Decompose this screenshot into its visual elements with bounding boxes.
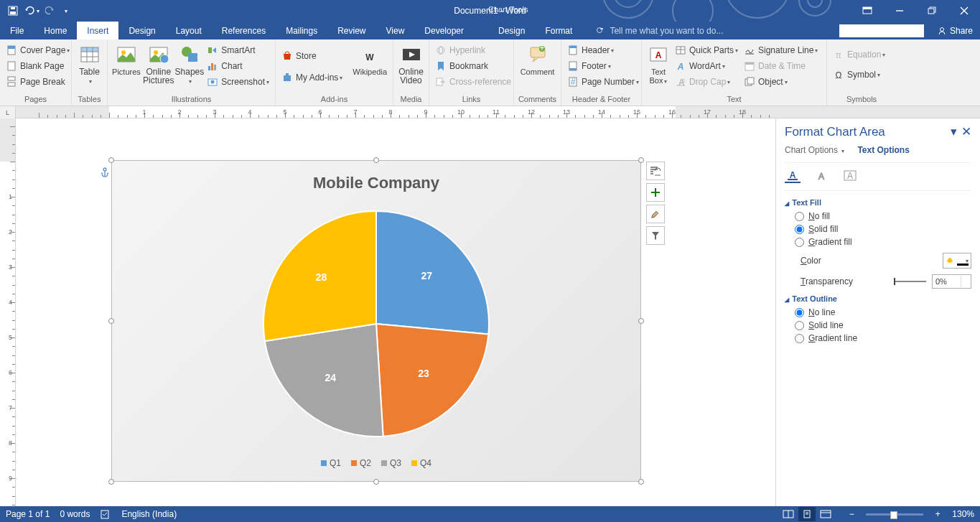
footer-button[interactable]: Footer▾ <box>564 58 642 74</box>
language-status[interactable]: English (India) <box>121 509 177 519</box>
resize-handle[interactable] <box>638 318 644 324</box>
bookmark-button[interactable]: Bookmark <box>432 58 514 74</box>
chart-legend[interactable]: Q1Q2Q3Q4 <box>112 458 640 468</box>
smartart-button[interactable]: SmartArt <box>204 42 272 58</box>
chart-filters-button[interactable] <box>646 226 665 245</box>
chart-object[interactable]: Mobile Company 27232428 Q1Q2Q3Q4 <box>111 160 641 482</box>
wikipedia-button[interactable]: WWikipedia <box>350 41 390 90</box>
tab-file[interactable]: File <box>0 22 34 39</box>
gradient-fill-radio[interactable]: Gradient fill <box>795 237 971 247</box>
legend-item[interactable]: Q3 <box>381 458 401 468</box>
zoom-in-button[interactable]: + <box>929 507 946 521</box>
tab-home[interactable]: Home <box>34 22 77 39</box>
color-picker-button[interactable] <box>943 253 971 269</box>
zoom-slider[interactable] <box>866 513 923 516</box>
chart-button[interactable]: Chart <box>204 58 272 74</box>
store-button[interactable]: Store <box>279 48 345 64</box>
date-time-button[interactable]: Date & Time <box>741 58 821 74</box>
chart-elements-button[interactable] <box>646 183 665 202</box>
tab-chart-design[interactable]: Design <box>488 22 535 39</box>
tab-view[interactable]: View <box>376 22 415 39</box>
signature-line-button[interactable]: Signature Line ▾ <box>741 42 821 58</box>
hyperlink-button[interactable]: Hyperlink <box>432 42 514 58</box>
resize-handle[interactable] <box>373 479 379 485</box>
cross-reference-button[interactable]: Cross-reference <box>432 74 514 90</box>
tab-layout[interactable]: Layout <box>166 22 212 39</box>
print-layout-button[interactable] <box>798 507 816 521</box>
equation-button[interactable]: πEquation ▾ <box>830 47 888 62</box>
tell-me-search[interactable]: Tell me what you want to do... <box>595 22 723 39</box>
text-fill-outline-tab[interactable]: A <box>785 167 801 183</box>
pie-chart[interactable]: 27232428 <box>262 210 490 438</box>
quick-parts-button[interactable]: Quick Parts▾ <box>672 42 741 58</box>
resize-handle[interactable] <box>108 479 114 485</box>
gradient-line-radio[interactable]: Gradient line <box>795 333 971 343</box>
page-number-button[interactable]: #Page Number▾ <box>564 74 642 90</box>
shapes-button[interactable]: Shapes▾ <box>175 41 205 90</box>
object-button[interactable]: Object ▾ <box>741 74 821 90</box>
zoom-level[interactable]: 130% <box>952 509 974 519</box>
word-count[interactable]: 0 words <box>60 509 90 519</box>
save-button[interactable] <box>4 2 22 19</box>
no-line-radio[interactable]: No line <box>795 307 971 317</box>
document-canvas[interactable]: Mobile Company 27232428 Q1Q2Q3Q4 <box>16 118 775 506</box>
legend-item[interactable]: Q2 <box>351 458 371 468</box>
text-options-tab[interactable]: Text Options <box>857 145 909 155</box>
text-outline-section[interactable]: Text Outline <box>785 294 971 303</box>
text-effects-tab[interactable]: A <box>813 167 829 183</box>
read-mode-button[interactable] <box>780 507 797 521</box>
my-addins-button[interactable]: My Add-ins ▾ <box>279 70 345 85</box>
tab-mailings[interactable]: Mailings <box>276 22 327 39</box>
search-input[interactable] <box>839 24 924 37</box>
share-button[interactable]: Share <box>930 22 980 39</box>
transparency-slider[interactable] <box>894 281 926 282</box>
close-button[interactable] <box>948 0 980 22</box>
text-fill-section[interactable]: Text Fill <box>785 198 971 207</box>
legend-item[interactable]: Q4 <box>411 458 431 468</box>
resize-handle[interactable] <box>373 157 379 163</box>
minimize-button[interactable] <box>883 0 915 22</box>
screenshot-button[interactable]: Screenshot▾ <box>204 74 272 90</box>
qat-customize[interactable]: ▾ <box>60 2 70 19</box>
header-button[interactable]: Header▾ <box>564 42 642 58</box>
online-pictures-button[interactable]: Online Pictures <box>142 41 175 90</box>
resize-handle[interactable] <box>638 157 644 163</box>
undo-button[interactable]: ▾ <box>23 2 40 19</box>
ribbon-display-options[interactable] <box>851 0 883 22</box>
resize-handle[interactable] <box>108 318 114 324</box>
tab-references[interactable]: References <box>212 22 276 39</box>
tab-review[interactable]: Review <box>327 22 375 39</box>
solid-line-radio[interactable]: Solid line <box>795 320 971 330</box>
tab-insert[interactable]: Insert <box>77 22 118 39</box>
restore-button[interactable] <box>915 0 948 22</box>
tab-developer[interactable]: Developer <box>414 22 474 39</box>
text-box-tab[interactable]: A <box>842 167 858 183</box>
tab-chart-format[interactable]: Format <box>535 22 582 39</box>
solid-fill-radio[interactable]: Solid fill <box>795 224 971 234</box>
online-video-button[interactable]: Online Video <box>396 41 426 90</box>
chart-options-tab[interactable]: Chart Options ▾ <box>785 145 844 155</box>
page-status[interactable]: Page 1 of 1 <box>6 509 50 519</box>
transparency-input[interactable]: 0% <box>932 274 971 289</box>
resize-handle[interactable] <box>638 479 644 485</box>
web-layout-button[interactable] <box>817 507 834 521</box>
redo-button[interactable] <box>42 2 59 19</box>
wordart-button[interactable]: AWordArt▾ <box>672 58 741 74</box>
no-fill-radio[interactable]: No fill <box>795 211 971 221</box>
pane-close-button[interactable]: ✕ <box>961 124 971 139</box>
resize-handle[interactable] <box>108 157 114 163</box>
pictures-button[interactable]: Pictures <box>111 41 142 90</box>
table-button[interactable]: Table▾ <box>75 41 104 90</box>
ruler-vertical[interactable]: 123456789 <box>0 118 16 506</box>
legend-item[interactable]: Q1 <box>321 458 341 468</box>
drop-cap-button[interactable]: ADrop Cap▾ <box>672 74 741 90</box>
layout-options-button[interactable] <box>646 162 665 180</box>
pane-menu-button[interactable]: ▾ <box>951 124 957 139</box>
page-break-button[interactable]: Page Break <box>3 74 73 90</box>
tab-design[interactable]: Design <box>118 22 165 39</box>
text-box-button[interactable]: ATextBox▾ <box>645 41 672 90</box>
cover-page-button[interactable]: Cover Page▾ <box>3 42 73 58</box>
chart-styles-button[interactable] <box>646 205 665 223</box>
zoom-out-button[interactable]: − <box>843 507 860 521</box>
chart-title[interactable]: Mobile Company <box>112 174 640 192</box>
